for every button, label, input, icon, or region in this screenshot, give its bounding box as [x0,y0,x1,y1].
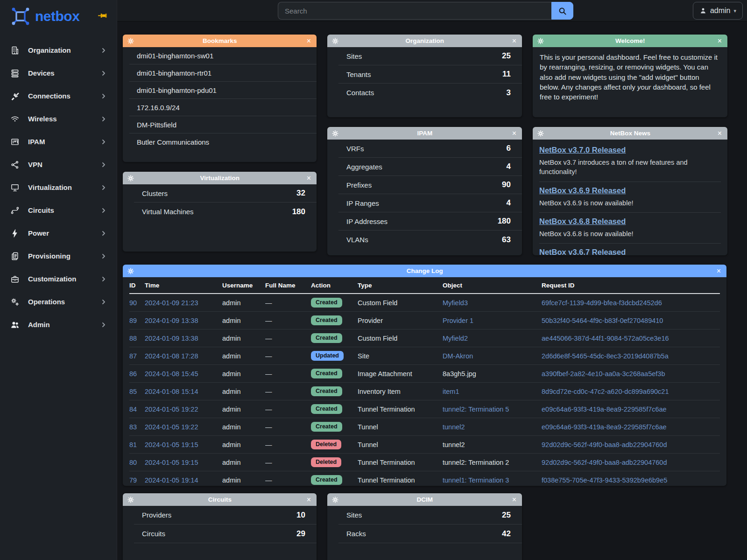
sidebar-item-connections[interactable]: Connections [0,84,117,107]
request-id-link[interactable]: 50b32f40-5464-4f9c-b83f-0ef270489410 [542,312,720,329]
change-id-link[interactable]: 90 [129,294,145,312]
sidebar-item-wireless[interactable]: Wireless [0,107,117,130]
change-time-link[interactable]: 2024-01-08 17:28 [145,347,222,365]
sidebar-item-organization[interactable]: Organization [0,39,117,62]
change-time-link[interactable]: 2024-01-09 13:38 [145,312,222,329]
change-time-link[interactable]: 2024-01-08 15:45 [145,365,222,383]
close-icon[interactable]: × [306,175,312,182]
change-object-link[interactable]: Myfield3 [443,294,542,312]
sidebar-item-devices[interactable]: Devices [0,62,117,84]
search-input[interactable] [278,2,551,20]
sidebar-item-admin[interactable]: Admin [0,313,117,336]
request-id-link[interactable]: e09c64a6-93f3-419a-8ea9-229585f7c6ae [542,400,720,418]
request-id-link[interactable]: e09c64a6-93f3-419a-8ea9-229585f7c6ae [542,418,720,436]
change-time-link[interactable]: 2024-01-05 19:15 [145,454,222,471]
stat-value[interactable]: 63 [502,235,511,245]
request-id-link[interactable]: f038e755-705e-47f3-9433-5392b9e6b9e5 [542,471,720,487]
stat-value[interactable]: 32 [296,189,305,198]
close-icon[interactable]: × [511,130,517,137]
bookmark-link[interactable]: Butler Communications [129,133,317,151]
close-icon[interactable]: × [717,130,723,137]
news-link[interactable]: NetBox v3.7.0 Released [539,146,626,154]
change-object-link[interactable]: tunnel1: Termination 3 [443,471,542,487]
news-link[interactable]: NetBox v3.6.8 Released [539,217,626,226]
gear-icon[interactable] [332,130,338,137]
change-id-link[interactable]: 80 [129,454,145,471]
close-icon[interactable]: × [511,496,517,504]
close-icon[interactable]: × [306,37,312,45]
stat-value[interactable]: 180 [498,217,511,226]
stat-value[interactable]: 42 [502,529,511,539]
search-button[interactable] [551,2,573,20]
change-time-link[interactable]: 2024-01-05 19:22 [145,400,222,418]
request-id-link[interactable]: 2d6d6e8f-5465-45dc-8ec3-2019d4087b5a [542,347,720,365]
change-time-link[interactable]: 2024-01-05 19:22 [145,418,222,436]
change-id-link[interactable]: 89 [129,312,145,329]
change-id-link[interactable]: 88 [129,329,145,347]
sidebar-pin-button[interactable] [97,11,108,21]
gear-icon[interactable] [537,38,544,44]
bookmark-link[interactable]: 172.16.0.9/24 [129,99,317,116]
bookmark-link[interactable]: dmi01-binghamton-rtr01 [129,64,317,82]
close-icon[interactable]: × [717,37,723,45]
request-id-link[interactable]: 92d02d9c-562f-49f0-baa8-adb22904760d [542,436,720,454]
change-time-link[interactable]: 2024-01-05 19:14 [145,471,222,487]
change-object-link[interactable]: tunnel2: Termination 5 [443,400,542,418]
netbox-logo[interactable] [10,6,31,27]
sidebar-item-circuits[interactable]: Circuits [0,199,117,222]
bookmark-link[interactable]: DM-Pittsfield [129,116,317,133]
change-id-link[interactable]: 84 [129,400,145,418]
stat-value[interactable]: 4 [507,162,511,171]
sidebar-item-operations[interactable]: Operations [0,290,117,313]
news-link[interactable]: NetBox v3.6.7 Released [539,248,626,256]
sidebar-item-ipam[interactable]: IPAM [0,130,117,153]
stat-value[interactable]: 180 [292,207,305,217]
request-id-link[interactable]: ae445066-387d-44f1-9084-572a05ce3e16 [542,329,720,347]
stat-value[interactable]: 3 [507,88,511,98]
close-icon[interactable]: × [716,267,722,275]
gear-icon[interactable] [537,130,544,137]
user-menu-button[interactable]: admin ▾ [693,2,743,20]
stat-value[interactable]: 25 [502,51,511,61]
gear-icon[interactable] [332,38,338,44]
gear-icon[interactable] [127,175,134,182]
change-id-link[interactable]: 85 [129,383,145,400]
stat-value[interactable]: 90 [502,180,511,189]
gear-icon[interactable] [332,497,338,503]
change-id-link[interactable]: 83 [129,418,145,436]
change-id-link[interactable]: 79 [129,471,145,487]
change-time-link[interactable]: 2024-01-09 21:23 [145,294,222,312]
news-link[interactable]: NetBox v3.6.9 Released [539,186,626,195]
request-id-link[interactable]: 8d9cd72e-cd0c-47c2-a620-dc899a690c21 [542,383,720,400]
sidebar-item-vpn[interactable]: VPN [0,153,117,176]
request-id-link[interactable]: 69fce7cf-1139-4d99-bfea-f3dcbd2452d6 [542,294,720,312]
stat-value[interactable]: 25 [502,511,511,520]
change-object-link[interactable]: tunnel2 [443,418,542,436]
bookmark-link[interactable]: dmi01-binghamton-sw01 [129,47,317,64]
change-object-link[interactable]: Provider 1 [443,312,542,329]
change-time-link[interactable]: 2024-01-09 13:38 [145,329,222,347]
sidebar-item-virtualization[interactable]: Virtualization [0,176,117,199]
change-id-link[interactable]: 86 [129,365,145,383]
stat-value[interactable]: 4 [507,198,511,208]
change-time-link[interactable]: 2024-01-05 19:15 [145,436,222,454]
sidebar-item-power[interactable]: Power [0,222,117,245]
close-icon[interactable]: × [511,37,517,45]
gear-icon[interactable] [127,38,134,44]
change-object-link[interactable]: DM-Akron [443,347,542,365]
sidebar-item-customization[interactable]: Customization [0,267,117,290]
stat-value[interactable]: 10 [296,511,305,520]
stat-value[interactable]: 6 [507,144,511,153]
stat-value[interactable]: 29 [296,529,305,539]
close-icon[interactable]: × [306,496,312,504]
change-object-link[interactable]: item1 [443,383,542,400]
change-time-link[interactable]: 2024-01-08 15:14 [145,383,222,400]
gear-icon[interactable] [127,268,134,274]
sidebar-item-provisioning[interactable]: Provisioning [0,245,117,267]
brand-name[interactable]: netbox [35,8,79,24]
change-id-link[interactable]: 87 [129,347,145,365]
change-id-link[interactable]: 81 [129,436,145,454]
request-id-link[interactable]: 92d02d9c-562f-49f0-baa8-adb22904760d [542,454,720,471]
request-id-link[interactable]: a390fbef-2a82-4e10-aa0a-3c268aa5ef3b [542,365,720,383]
bookmark-link[interactable]: dmi01-binghamton-pdu01 [129,82,317,99]
